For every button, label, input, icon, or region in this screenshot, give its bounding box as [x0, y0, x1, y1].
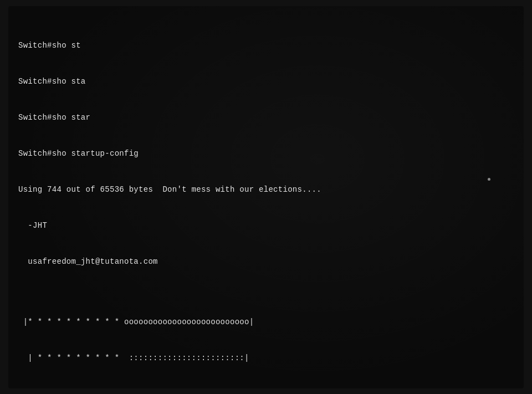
terminal-output: Switch#sho st Switch#sho sta Switch#sho … [18, 16, 510, 388]
terminal-line-7: usafreedom_jht@tutanota.com [18, 256, 510, 268]
terminal-line-3: Switch#sho star [18, 112, 510, 124]
terminal-screen: Switch#sho st Switch#sho sta Switch#sho … [8, 6, 524, 388]
terminal-line-4: Switch#sho startup-config [18, 148, 510, 160]
terminal-line-6: -JHT [18, 220, 510, 232]
terminal-line-1: Switch#sho st [18, 40, 510, 52]
terminal-line-5: Using 744 out of 65536 bytes Don't mess … [18, 184, 510, 196]
terminal-line-9: |* * * * * * * * * * ooooooooooooooooooo… [18, 316, 510, 329]
terminal-line-10: | * * * * * * * * * ::::::::::::::::::::… [18, 352, 510, 365]
terminal-line-2: Switch#sho sta [18, 76, 510, 88]
monitor-frame: Switch#sho st Switch#sho sta Switch#sho … [0, 0, 532, 394]
screen-artifact-dot [488, 178, 490, 181]
